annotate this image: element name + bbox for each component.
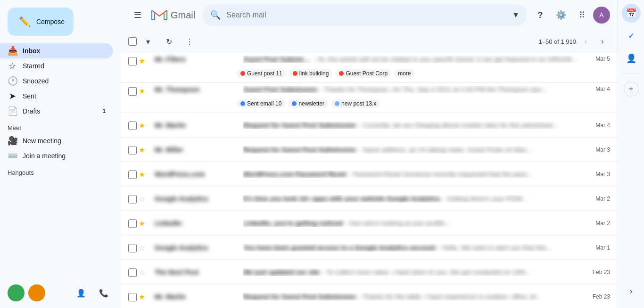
chip-label: newsletter: [298, 100, 324, 107]
star-button[interactable]: ☆: [139, 243, 145, 252]
email-row[interactable]: ★ Mr. Martin Request for Guest Post Subm…: [121, 113, 618, 138]
star-button[interactable]: ★: [139, 87, 145, 96]
star-button[interactable]: ☆: [139, 268, 145, 277]
refresh-button[interactable]: ↻: [159, 32, 178, 51]
settings-button[interactable]: ⚙️: [552, 6, 570, 24]
email-toolbar: ▾ ↻ ⋮ 1–50 of 1,910 ‹ ›: [121, 30, 618, 53]
plus-icon: +: [628, 84, 634, 94]
pagination-next-button[interactable]: ›: [595, 34, 610, 49]
tasks-panel-button[interactable]: ✓: [622, 26, 641, 45]
email-row[interactable]: ★ Mr. Martin Request for Guest Post Subm…: [121, 284, 618, 308]
email-select-checkbox[interactable]: [128, 219, 137, 228]
sidebar-item-snoozed[interactable]: 🕐 Snoozed: [0, 73, 113, 89]
gmail-m-logo: [151, 8, 168, 22]
sidebar-nav: 📥 Inbox ☆ Starred 🕐 Snoozed ➤ Sent 📄 Dra…: [0, 43, 121, 119]
compose-pencil-icon: ✏️: [19, 16, 31, 27]
sidebar-item-label: Inbox: [23, 47, 40, 55]
sidebar-item-label: Sent: [23, 92, 36, 100]
email-chip[interactable]: new post 13.x: [331, 99, 380, 108]
calendar-panel-button[interactable]: 📅: [622, 4, 641, 23]
email-select-checkbox[interactable]: [128, 57, 137, 65]
search-dropdown-icon[interactable]: ▼: [512, 11, 520, 19]
header-right: ? ⚙️ ⠿ A: [531, 6, 610, 24]
join-meeting-label: Join a meeting: [23, 152, 66, 160]
email-select-checkbox[interactable]: [128, 293, 137, 301]
pagination-text: 1–50 of 1,910: [538, 38, 576, 45]
sidebar-item-label: Drafts: [23, 107, 40, 115]
chevron-right-icon: ›: [601, 37, 603, 46]
contacts-panel-button[interactable]: 👤: [622, 49, 641, 68]
more-vert-icon: ⋮: [186, 37, 193, 46]
pagination-prev-button[interactable]: ‹: [578, 34, 593, 49]
email-chip[interactable]: Guest Post Corp: [335, 69, 391, 78]
hamburger-button[interactable]: ☰: [128, 6, 147, 24]
drafts-icon: 📄: [8, 106, 17, 116]
star-button[interactable]: ★: [139, 121, 145, 130]
star-button[interactable]: ☆: [139, 195, 145, 203]
email-row[interactable]: ☆ Google Analytics You have been granted…: [121, 235, 618, 260]
select-all-checkbox[interactable]: [128, 37, 137, 46]
star-button[interactable]: ★: [139, 219, 145, 228]
email-chips: Guest post 11 link building Guest Post C…: [128, 69, 610, 80]
sidebar-item-starred[interactable]: ☆ Starred: [0, 58, 113, 73]
chip-dot: [240, 101, 245, 106]
email-sender: Mr. Martin: [155, 122, 239, 129]
add-person-button[interactable]: 👤: [72, 284, 91, 302]
email-chip[interactable]: Sent email 10: [237, 99, 285, 108]
hangout-contact-2[interactable]: [28, 284, 45, 301]
email-checkbox-area: ★: [128, 86, 151, 96]
new-meeting-label: New meeting: [23, 137, 61, 145]
email-select-checkbox[interactable]: [128, 268, 137, 277]
email-date: Mar 4: [586, 122, 610, 129]
select-dropdown-button[interactable]: ▾: [139, 32, 157, 51]
hangout-contact-1[interactable]: [8, 284, 25, 301]
add-panel-button[interactable]: +: [624, 81, 639, 97]
star-button[interactable]: ★: [139, 146, 145, 154]
email-chip[interactable]: newsletter: [288, 99, 328, 108]
email-select-checkbox[interactable]: [128, 122, 137, 130]
refresh-icon: ↻: [166, 37, 172, 46]
apps-button[interactable]: ⠿: [572, 6, 591, 24]
star-button[interactable]: ★: [139, 57, 145, 65]
email-select-checkbox[interactable]: [128, 87, 137, 96]
email-select-checkbox[interactable]: [128, 244, 137, 252]
star-button[interactable]: ★: [139, 292, 145, 301]
contacts-icon: 👤: [626, 53, 636, 64]
sidebar-item-sent[interactable]: ➤ Sent: [0, 89, 113, 104]
sidebar-item-inbox[interactable]: 📥 Inbox: [0, 43, 113, 58]
email-select-checkbox[interactable]: [128, 146, 137, 154]
email-chip[interactable]: Guest post 11: [237, 69, 286, 78]
compose-button[interactable]: ✏️ Compose: [8, 8, 74, 36]
email-checkbox-area: ☆: [128, 194, 151, 203]
phone-button[interactable]: 📞: [94, 284, 113, 302]
email-subject: Request for Guest Post Submission: [243, 122, 356, 129]
search-input[interactable]: [226, 11, 506, 19]
email-row[interactable]: ☆ The Next Post We just updated our site…: [121, 260, 618, 284]
help-button[interactable]: ?: [531, 6, 550, 24]
sidebar-item-new-meeting[interactable]: 🎥 New meeting: [0, 133, 113, 148]
sidebar-item-drafts[interactable]: 📄 Drafts 1: [0, 104, 113, 119]
email-chip[interactable]: more: [394, 69, 414, 78]
star-button[interactable]: ★: [139, 170, 145, 179]
email-row[interactable]: ★ WordPress.com WordPress.com Password R…: [121, 162, 618, 186]
sidebar-item-label: Snoozed: [23, 77, 49, 85]
email-date: Mar 2: [586, 220, 610, 227]
email-select-checkbox[interactable]: [128, 195, 137, 203]
email-row[interactable]: ★ Mr. Filters Guest Post Submission - Hi…: [121, 53, 618, 83]
email-row[interactable]: ★ Mr. Miller Request for Guest Post Subm…: [121, 138, 618, 162]
sidebar-item-join-meeting[interactable]: ⌨️ Join a meeting: [0, 148, 113, 163]
email-chip[interactable]: link building: [289, 69, 333, 78]
expand-panel-button[interactable]: ›: [622, 282, 641, 300]
email-preview: - To collect more value. I have been to …: [322, 268, 531, 276]
more-options-button[interactable]: ⋮: [180, 32, 199, 51]
email-row[interactable]: ☆ Google Analytics It's time you took 10…: [121, 186, 618, 211]
right-panel: 📅 ✓ 👤 + ›: [618, 0, 644, 308]
email-date: Mar 2: [586, 195, 610, 202]
email-select-checkbox[interactable]: [128, 170, 137, 179]
email-sender: WordPress.com: [155, 170, 239, 178]
user-avatar[interactable]: A: [593, 7, 610, 24]
email-row[interactable]: ★ Mr. Thompson Guest Post Submission - T…: [121, 83, 618, 113]
email-row[interactable]: ★ LinkedIn LinkedIn, you're getting noti…: [121, 211, 618, 235]
apps-icon: ⠿: [579, 10, 585, 20]
panel-bottom: ›: [622, 282, 641, 300]
